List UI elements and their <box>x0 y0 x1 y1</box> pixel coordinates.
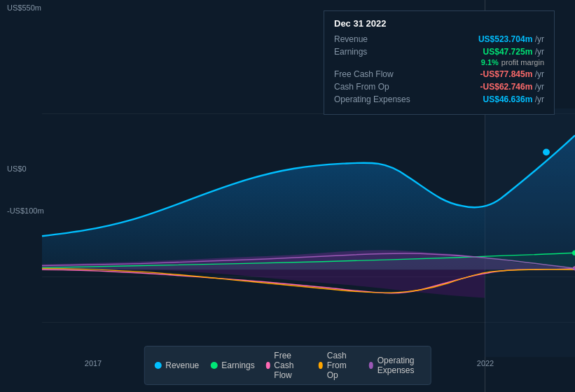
revenue-dot-2022 <box>543 149 550 156</box>
tooltip-earnings-label: Earnings <box>334 47 425 57</box>
profit-margin-row: 9.1% profit margin <box>334 58 544 66</box>
tooltip-opex-value: US$46.636m /yr <box>483 94 544 104</box>
profit-margin-label: profit margin <box>501 58 544 66</box>
x-label-2017: 2017 <box>85 359 102 368</box>
legend-cashop[interactable]: Cash From Op <box>319 351 358 380</box>
legend-opex-dot <box>369 362 373 369</box>
tooltip-cashop-row: Cash From Op -US$62.746m /yr <box>334 82 544 92</box>
legend-revenue-dot <box>154 362 161 369</box>
tooltip-opex-row: Operating Expenses US$46.636m /yr <box>334 94 544 104</box>
y-label-top: US$550m <box>7 4 41 12</box>
tooltip-fcf-label: Free Cash Flow <box>334 69 425 79</box>
opex-negative-fill <box>42 270 485 298</box>
legend-cashop-label: Cash From Op <box>327 351 358 380</box>
chart-legend: Revenue Earnings Free Cash Flow Cash Fro… <box>144 346 431 385</box>
tooltip-cashop-value: -US$62.746m /yr <box>480 82 544 92</box>
legend-fcf-dot <box>266 362 270 369</box>
tooltip-earnings-value: US$47.725m /yr <box>483 47 544 57</box>
legend-earnings-dot <box>210 362 217 369</box>
tooltip-revenue-row: Revenue US$523.704m /yr <box>334 34 544 44</box>
legend-cashop-dot <box>319 362 323 369</box>
chart-svg <box>0 108 575 357</box>
x-label-2022: 2022 <box>477 359 494 368</box>
legend-revenue-label: Revenue <box>165 360 199 370</box>
legend-fcf-label: Free Cash Flow <box>274 351 307 380</box>
tooltip-earnings-row: Earnings US$47.725m /yr <box>334 47 544 57</box>
tooltip-cashop-label: Cash From Op <box>334 82 425 92</box>
profit-margin-pct: 9.1% <box>481 58 499 66</box>
tooltip-fcf-value: -US$77.845m /yr <box>480 69 544 79</box>
legend-revenue[interactable]: Revenue <box>154 360 199 370</box>
legend-fcf[interactable]: Free Cash Flow <box>266 351 307 380</box>
tooltip-revenue-label: Revenue <box>334 34 425 44</box>
tooltip-fcf-row: Free Cash Flow -US$77.845m /yr <box>334 69 544 79</box>
legend-opex[interactable]: Operating Expenses <box>369 356 421 375</box>
legend-opex-label: Operating Expenses <box>377 356 421 375</box>
tooltip-panel: Dec 31 2022 Revenue US$523.704m /yr Earn… <box>324 10 555 115</box>
legend-earnings[interactable]: Earnings <box>210 360 254 370</box>
tooltip-opex-label: Operating Expenses <box>334 94 425 104</box>
tooltip-revenue-value: US$523.704m /yr <box>478 34 544 44</box>
tooltip-date: Dec 31 2022 <box>334 18 544 29</box>
right-region-fill <box>485 108 575 357</box>
legend-earnings-label: Earnings <box>221 360 254 370</box>
